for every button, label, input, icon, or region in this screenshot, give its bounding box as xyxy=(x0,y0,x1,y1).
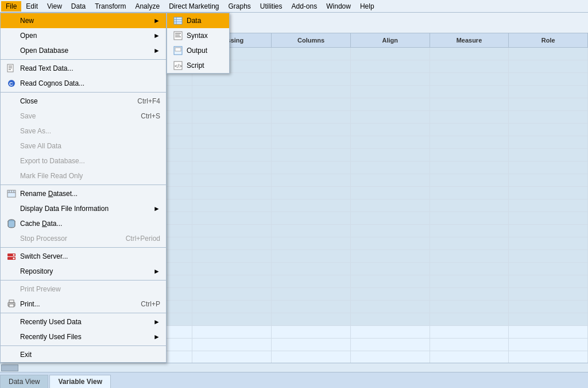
menu-utilities[interactable]: Utilities xyxy=(256,1,287,11)
print-icon xyxy=(6,299,17,309)
col-header-columns: Columns xyxy=(272,33,351,47)
cache-icon xyxy=(6,218,17,229)
menu-item-save-all-data: Save All Data xyxy=(1,139,166,153)
script-icon: </> xyxy=(173,60,183,71)
svg-rect-44 xyxy=(9,304,14,307)
svg-text:C: C xyxy=(9,81,13,87)
file-dropdown-menu: New ► Open ► Open Database ► Read Text D… xyxy=(0,13,167,363)
menu-item-stop-processor: Stop Processor Ctrl+Period xyxy=(1,231,166,246)
menu-item-mark-read-only: Mark File Read Only xyxy=(1,168,166,183)
menu-separator-3 xyxy=(1,185,166,185)
menu-item-save-as: Save As... xyxy=(1,124,166,139)
svg-text:</>: </> xyxy=(175,63,182,69)
col-header-role: Role xyxy=(509,33,588,47)
menu-item-print[interactable]: Print... Ctrl+P xyxy=(1,297,166,312)
menu-item-switch-server[interactable]: Switch Server... xyxy=(1,249,166,264)
scrollbar-thumb[interactable] xyxy=(1,364,18,371)
cognos-icon: C xyxy=(6,78,17,89)
menu-separator-1 xyxy=(1,59,166,60)
menu-separator-5 xyxy=(1,280,166,281)
menu-item-new[interactable]: New ► xyxy=(1,13,166,28)
data-icon xyxy=(173,16,183,26)
tab-variable-view[interactable]: Variable View xyxy=(49,375,111,388)
menu-graphs[interactable]: Graphs xyxy=(223,1,255,11)
menu-item-repository[interactable]: Repository ► xyxy=(1,264,166,279)
menu-item-close[interactable]: Close Ctrl+F4 xyxy=(1,94,166,109)
menu-separator-7 xyxy=(1,345,166,346)
menu-edit[interactable]: Edit xyxy=(21,1,42,11)
svg-rect-55 xyxy=(175,48,181,51)
menu-view[interactable]: View xyxy=(42,1,67,11)
menu-window[interactable]: Window xyxy=(322,1,355,11)
new-icon xyxy=(6,16,17,26)
menu-analyze[interactable]: Analyze xyxy=(130,1,164,11)
new-submenu-data[interactable]: Data xyxy=(167,13,229,28)
new-submenu: Data Syntax Output </> Script xyxy=(167,13,230,74)
menu-item-print-preview: Print Preview xyxy=(1,282,166,297)
save-menu-icon xyxy=(6,111,17,121)
col-header-align: Align xyxy=(351,33,430,47)
menu-direct-marketing[interactable]: Direct Marketing xyxy=(164,1,223,11)
menu-item-read-cognos-data[interactable]: C Read Cognos Data... xyxy=(1,76,166,91)
menu-item-exit[interactable]: Exit xyxy=(1,347,166,362)
new-submenu-output[interactable]: Output xyxy=(167,43,229,58)
menu-separator-6 xyxy=(1,313,166,313)
menu-item-display-data-file[interactable]: Display Data File Information ► xyxy=(1,201,166,216)
menu-item-read-text-data[interactable]: Read Text Data... xyxy=(1,61,166,76)
svg-point-41 xyxy=(13,254,15,256)
svg-point-42 xyxy=(13,258,15,259)
switch-server-icon xyxy=(6,251,17,262)
tab-data-view[interactable]: Data View xyxy=(0,375,48,388)
menu-help[interactable]: Help xyxy=(355,1,379,11)
menu-item-open-database[interactable]: Open Database ► xyxy=(1,43,166,58)
menu-item-recently-used-data[interactable]: Recently Used Data ► xyxy=(1,314,166,329)
open-icon xyxy=(6,30,17,41)
open-database-icon xyxy=(6,45,17,56)
menu-data[interactable]: Data xyxy=(67,1,90,11)
menu-item-rename-dataset[interactable]: Rename Dataset... xyxy=(1,186,166,201)
new-submenu-script[interactable]: </> Script xyxy=(167,58,229,73)
read-text-icon xyxy=(6,63,17,74)
new-submenu-syntax[interactable]: Syntax xyxy=(167,28,229,43)
svg-rect-46 xyxy=(174,17,182,24)
col-header-measure: Measure xyxy=(430,33,509,47)
menu-separator-2 xyxy=(1,92,166,93)
menu-item-export-database: Export to Database... xyxy=(1,153,166,168)
menu-add-ons[interactable]: Add-ons xyxy=(287,1,322,11)
bottom-tabs: Data View Variable View xyxy=(0,372,588,388)
menu-item-save: Save Ctrl+S xyxy=(1,109,166,124)
syntax-icon xyxy=(173,30,183,41)
output-icon xyxy=(173,45,183,56)
menu-item-cache-data[interactable]: Cache Data... xyxy=(1,216,166,231)
svg-rect-45 xyxy=(9,300,14,302)
menu-transform[interactable]: Transform xyxy=(90,1,130,11)
menu-item-open[interactable]: Open ► xyxy=(1,28,166,43)
menu-separator-4 xyxy=(1,247,166,248)
rename-icon xyxy=(6,189,17,199)
close-icon xyxy=(6,96,17,106)
menu-file[interactable]: File xyxy=(1,1,21,11)
menu-item-recently-used-files[interactable]: Recently Used Files ► xyxy=(1,329,166,344)
horizontal-scrollbar[interactable] xyxy=(0,363,588,372)
menubar: File Edit View Data Transform Analyze Di… xyxy=(0,0,588,13)
svg-rect-50 xyxy=(174,32,182,40)
